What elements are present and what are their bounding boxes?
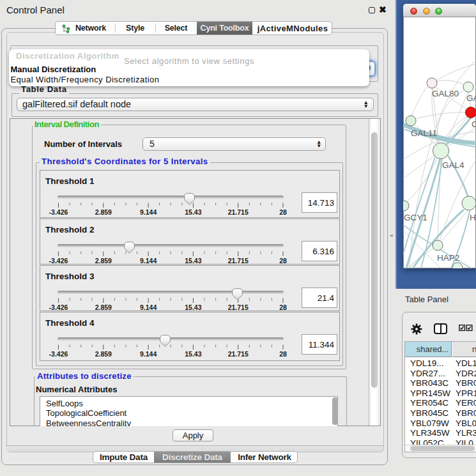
svg-text:GCY1: GCY1 bbox=[404, 213, 427, 222]
svg-text:GAL4: GAL4 bbox=[442, 160, 464, 170]
svg-text:HAP2: HAP2 bbox=[437, 253, 459, 263]
svg-text:GAL11: GAL11 bbox=[411, 128, 437, 138]
svg-text:H: H bbox=[470, 213, 476, 222]
svg-text:GAL80: GAL80 bbox=[432, 89, 459, 98]
svg-text:C: C bbox=[472, 119, 476, 129]
svg-text:GA: GA bbox=[466, 93, 476, 103]
